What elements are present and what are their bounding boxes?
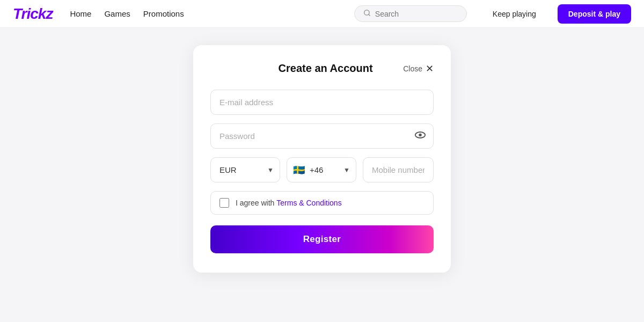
svg-line-1 [369,14,370,16]
search-bar[interactable] [354,5,467,22]
phone-code-select[interactable]: +46 +1 +44 +49 [287,157,356,182]
close-button[interactable]: Close ✕ [403,64,434,74]
mobile-number-input[interactable] [363,157,434,182]
close-icon[interactable]: ✕ [426,64,434,74]
register-button[interactable]: Register [210,225,434,253]
keep-playing-button[interactable]: Keep playing [493,10,536,18]
currency-selector[interactable]: EUR USD GBP SEK ▼ [210,157,280,182]
nav-home[interactable]: Home [70,9,91,18]
modal-header: Create an Account Close ✕ [210,62,434,75]
deposit-play-button[interactable]: Deposit & play [558,4,631,24]
nav-games[interactable]: Games [104,9,130,18]
password-input[interactable] [210,123,434,149]
currency-select[interactable]: EUR USD GBP SEK [210,157,280,182]
nav: Home Games Promotions [70,9,184,18]
email-field-group [210,90,434,115]
logo[interactable]: Trickz [13,5,53,23]
toggle-password-icon[interactable] [414,129,426,143]
create-account-modal: Create an Account Close ✕ EUR [193,45,451,273]
terms-checkbox-row: I agree with Terms & Conditions [210,191,434,215]
main-content: Create an Account Close ✕ EUR [0,28,644,322]
search-input[interactable] [375,10,458,18]
phone-code-selector[interactable]: 🇸🇪 +46 +1 +44 +49 ▼ [287,157,356,182]
password-field-group [210,123,434,149]
close-label: Close [403,64,422,73]
search-icon [363,9,371,18]
svg-point-3 [419,133,422,136]
terms-label: I agree with Terms & Conditions [236,199,342,207]
modal-title: Create an Account [248,62,403,75]
header: Trickz Home Games Promotions Keep playin… [0,0,644,28]
terms-link[interactable]: Terms & Conditions [276,199,341,207]
currency-phone-row: EUR USD GBP SEK ▼ 🇸🇪 +46 +1 +44 +49 ▼ [210,157,434,182]
terms-checkbox[interactable] [219,198,229,208]
nav-promotions[interactable]: Promotions [143,9,184,18]
email-input[interactable] [210,90,434,115]
